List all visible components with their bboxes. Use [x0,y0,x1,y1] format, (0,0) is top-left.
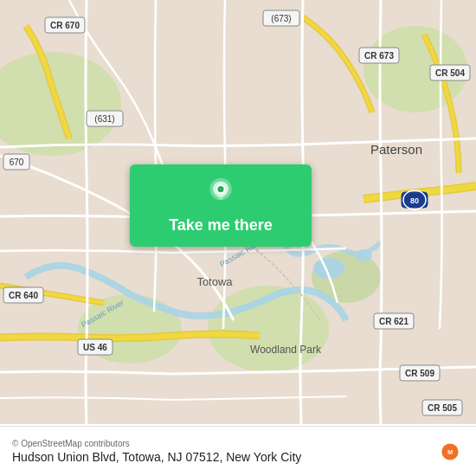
svg-point-7 [355,249,372,261]
take-me-there-button[interactable]: Take me there [130,164,312,247]
svg-text:CR 621: CR 621 [379,317,408,326]
moovit-icon: M [436,438,464,466]
svg-text:CR 509: CR 509 [405,369,434,378]
svg-text:670: 670 [10,158,24,167]
take-me-there-label: Take me there [169,216,273,235]
svg-text:US 46: US 46 [83,343,107,352]
osm-attribution: © OpenStreetMap contributors [12,439,301,448]
svg-text:CR 670: CR 670 [50,21,80,30]
svg-text:CR 640: CR 640 [9,291,38,300]
map-container: CR 670 (673) CR 673 CR 504 (631) 670 80 … [0,0,476,476]
moovit-logo: M [436,438,464,466]
svg-text:80: 80 [410,196,419,205]
svg-text:(673): (673) [271,14,291,23]
svg-text:Totowa: Totowa [196,275,233,288]
bottom-bar: © OpenStreetMap contributors Hudson Unio… [0,426,476,476]
address-label: Hudson Union Blvd, Totowa, NJ 07512, New… [12,450,301,464]
svg-text:Paterson: Paterson [370,142,422,157]
svg-text:(631): (631) [94,114,114,124]
svg-point-41 [216,185,224,193]
svg-text:M: M [447,448,453,456]
svg-text:CR 505: CR 505 [428,403,457,413]
svg-text:CR 673: CR 673 [364,51,394,61]
location-pin-icon [205,177,236,211]
svg-text:CR 504: CR 504 [435,68,465,78]
bottom-left-info: © OpenStreetMap contributors Hudson Unio… [12,439,301,464]
svg-text:Woodland Park: Woodland Park [250,344,322,356]
